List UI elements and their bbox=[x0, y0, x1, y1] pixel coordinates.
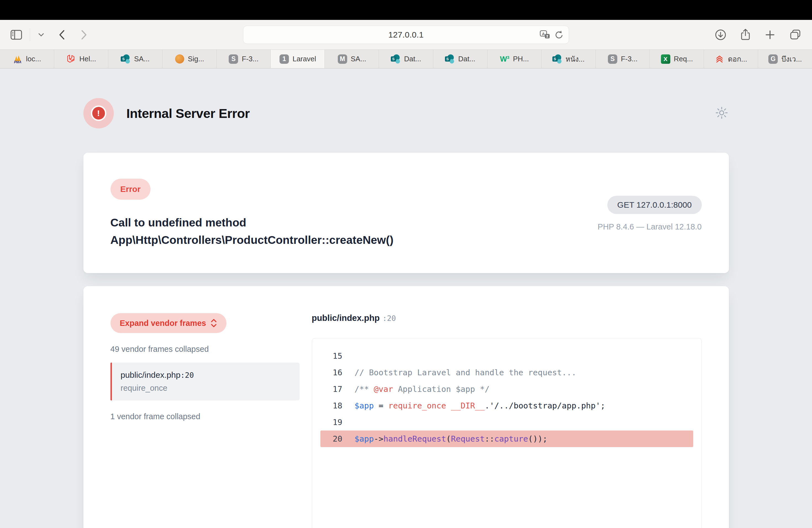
error-message-line2: App\Http\Controllers\ProductController::… bbox=[111, 231, 394, 249]
url-bar[interactable]: 127.0.0.1 A bbox=[243, 26, 569, 44]
expand-vendor-frames-label: Expand vendor frames bbox=[120, 319, 206, 328]
error-message: Call to undefined method App\Http\Contro… bbox=[111, 214, 394, 249]
tab[interactable]: SF-3... bbox=[217, 50, 271, 68]
tab-active[interactable]: 1Laravel bbox=[271, 50, 325, 68]
line-number: 19 bbox=[320, 417, 343, 427]
sharepoint-favicon-icon: S bbox=[391, 54, 401, 64]
tab-label: Dat... bbox=[458, 55, 475, 63]
tab[interactable]: SDat... bbox=[433, 50, 488, 68]
letter-favicon-icon: 1 bbox=[279, 54, 289, 64]
page-header: ! Internal Server Error bbox=[83, 98, 729, 128]
stack-frame-item[interactable]: public/index.php:20 require_once bbox=[111, 363, 300, 400]
svg-text:PMA: PMA bbox=[14, 60, 21, 64]
w3-favicon-icon: W3 bbox=[499, 54, 510, 64]
vendor-frame-collapsed-note: 1 vendor frame collapsed bbox=[111, 412, 300, 421]
tab[interactable]: Hel... bbox=[54, 50, 108, 68]
php-laravel-versions: PHP 8.4.6 — Laravel 12.18.0 bbox=[598, 222, 702, 231]
tab-label: F-3... bbox=[621, 55, 638, 63]
tab[interactable]: PMAloc... bbox=[0, 50, 54, 68]
toolbar-divider bbox=[30, 28, 30, 41]
code-line: 16// Bootstrap Laravel and handle the re… bbox=[320, 364, 693, 381]
code-line: 15 bbox=[320, 348, 693, 364]
letter-favicon-icon: M bbox=[337, 54, 347, 64]
frame-file: public/index.php bbox=[121, 370, 180, 379]
code-line: 19 bbox=[320, 414, 693, 430]
sharepoint-favicon-icon: S bbox=[121, 54, 131, 64]
letter-favicon-icon: S bbox=[608, 54, 618, 64]
tab[interactable]: Sig... bbox=[162, 50, 217, 68]
page: ! Internal Server Error Error Call to un… bbox=[0, 69, 812, 528]
forward-button[interactable] bbox=[79, 28, 89, 41]
chevron-up-down-icon bbox=[211, 318, 217, 328]
tab[interactable]: ดอก... bbox=[704, 50, 758, 68]
letter-favicon-icon: G bbox=[768, 54, 778, 64]
line-number: 17 bbox=[320, 384, 343, 394]
tab[interactable]: MSA... bbox=[325, 50, 379, 68]
back-button[interactable] bbox=[57, 28, 67, 41]
vendor-frames-collapsed-note: 49 vendor frames collapsed bbox=[111, 344, 300, 354]
chevron-down-icon bbox=[38, 33, 44, 37]
code-lines: 1516// Bootstrap Laravel and handle the … bbox=[312, 348, 701, 447]
frame-method: require_once bbox=[121, 384, 291, 393]
error-message-line1: Call to undefined method bbox=[111, 214, 394, 231]
browser-toolbar: 127.0.0.1 A bbox=[0, 20, 812, 50]
svg-text:A: A bbox=[542, 31, 545, 36]
sidebar-toggle-button[interactable] bbox=[10, 29, 23, 41]
tab[interactable]: SDat... bbox=[379, 50, 433, 68]
code-file-name: public/index.php bbox=[312, 313, 380, 323]
tab-label: บึงเว... bbox=[781, 53, 802, 64]
forward-icon bbox=[81, 29, 88, 40]
line-number: 18 bbox=[320, 401, 343, 410]
code-pane: public/index.php:20 1516// Bootstrap Lar… bbox=[312, 313, 702, 528]
code-content: $app = require_once __DIR__.'/../bootstr… bbox=[343, 401, 605, 410]
expand-vendor-frames-button[interactable]: Expand vendor frames bbox=[111, 313, 227, 333]
downloads-button[interactable] bbox=[714, 28, 727, 42]
tab-overview-button[interactable] bbox=[788, 28, 802, 42]
frame-title: public/index.php:20 bbox=[121, 370, 291, 380]
plus-icon bbox=[765, 29, 775, 40]
stack-trace-pane: Expand vendor frames 49 vendor frames co… bbox=[111, 313, 300, 528]
code-content: // Bootstrap Laravel and handle the requ… bbox=[343, 368, 576, 377]
tab[interactable]: Gบึงเว... bbox=[758, 50, 812, 68]
error-card: Error Call to undefined method App\Http\… bbox=[83, 153, 729, 273]
code-line-highlighted: 20$app->handleRequest(Request::capture()… bbox=[320, 430, 693, 447]
error-card-meta: GET 127.0.0.1:8000 PHP 8.4.6 — Laravel 1… bbox=[598, 179, 702, 249]
tab-label: SA... bbox=[351, 55, 366, 63]
request-method-badge: GET 127.0.0.1:8000 bbox=[607, 196, 702, 214]
tab[interactable]: Sหนัง... bbox=[541, 50, 596, 68]
theme-toggle-button[interactable] bbox=[715, 106, 728, 120]
tab[interactable]: SF-3... bbox=[596, 50, 650, 68]
pma-favicon-icon: PMA bbox=[13, 54, 23, 64]
sharepoint-favicon-icon: S bbox=[552, 54, 562, 64]
tab[interactable]: SSA... bbox=[108, 50, 162, 68]
translate-icon[interactable]: A bbox=[539, 30, 550, 40]
sidebar-icon bbox=[11, 30, 22, 40]
excel-favicon-icon: X bbox=[661, 54, 671, 64]
sharepoint-favicon-icon: S bbox=[445, 54, 455, 64]
frame-line-number: :20 bbox=[180, 371, 194, 379]
tab-label: หนัง... bbox=[566, 53, 585, 64]
page-title: Internal Server Error bbox=[127, 106, 250, 121]
tab-overview-icon bbox=[789, 29, 801, 41]
trace-card: Expand vendor frames 49 vendor frames co… bbox=[83, 286, 729, 528]
code-box: 1516// Bootstrap Laravel and handle the … bbox=[312, 338, 702, 528]
line-number: 16 bbox=[320, 368, 343, 377]
line-number: 15 bbox=[320, 351, 343, 361]
code-content: /** @var Application $app */ bbox=[343, 384, 490, 394]
orange-favicon-icon bbox=[175, 54, 185, 64]
tab-label: SA... bbox=[134, 55, 149, 63]
new-tab-button[interactable] bbox=[764, 28, 777, 41]
exclamation-icon: ! bbox=[91, 105, 106, 121]
share-button[interactable] bbox=[739, 28, 752, 42]
reload-icon[interactable] bbox=[554, 30, 564, 40]
tab-label: loc... bbox=[26, 55, 41, 63]
sidebar-menu-button[interactable] bbox=[37, 31, 46, 38]
tab-label: Sig... bbox=[188, 55, 204, 63]
error-card-main: Error Call to undefined method App\Http\… bbox=[111, 179, 394, 249]
error-type-badge: Error bbox=[111, 179, 150, 200]
code-file-header: public/index.php:20 bbox=[312, 313, 702, 323]
tab[interactable]: XReq... bbox=[650, 50, 704, 68]
back-icon bbox=[58, 29, 66, 40]
tab[interactable]: W3PH... bbox=[488, 50, 541, 68]
window-titlebar bbox=[0, 0, 812, 20]
